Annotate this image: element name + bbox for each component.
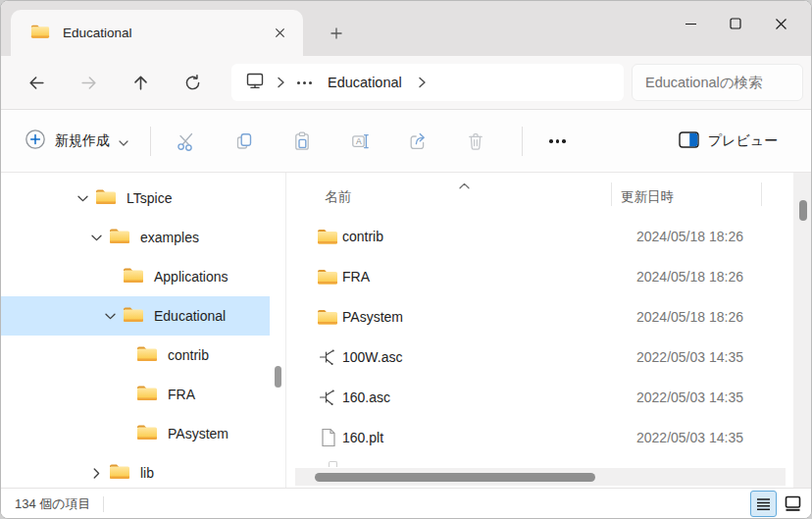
new-item-button[interactable]: 新規作成 xyxy=(15,121,138,162)
horizontal-scrollbar-thumb[interactable] xyxy=(315,473,595,482)
tree-item-applications[interactable]: Applications xyxy=(1,257,270,296)
file-name: 100W.asc xyxy=(342,349,402,365)
file-modified: 2022/05/03 14:35 xyxy=(636,389,743,405)
details-view-button[interactable] xyxy=(750,491,777,517)
schematic-icon xyxy=(317,388,338,406)
tree-item-fra[interactable]: FRA xyxy=(1,375,270,414)
tree-item-lib[interactable]: lib xyxy=(1,453,270,488)
refresh-icon xyxy=(183,74,202,92)
file-row-160-asc[interactable]: 160.asc 2022/05/03 14:35 xyxy=(286,377,793,417)
back-icon xyxy=(27,74,46,92)
file-row-100w-asc[interactable]: 100W.asc 2022/05/03 14:35 xyxy=(286,337,793,377)
plus-circle-icon xyxy=(25,129,46,154)
chevron-down-icon[interactable] xyxy=(97,313,123,320)
svg-text:A: A xyxy=(356,136,362,146)
tree-item-pasystem[interactable]: PAsystem xyxy=(1,414,270,453)
details-view-icon xyxy=(756,497,771,511)
chevron-right-icon[interactable] xyxy=(418,77,427,88)
share-button[interactable] xyxy=(394,120,440,163)
breadcrumb: Educational xyxy=(231,64,624,101)
file-row-pasystem[interactable]: PAsystem 2024/05/18 18:26 xyxy=(286,296,793,337)
navigation-pane: LTspice examples Applications Educationa… xyxy=(1,173,285,488)
status-separator xyxy=(103,496,104,512)
chevron-down-icon[interactable] xyxy=(70,195,95,202)
file-name: contrib xyxy=(342,229,383,244)
minimize-button[interactable] xyxy=(668,9,713,38)
folder-icon xyxy=(109,463,130,484)
breadcrumb-ellipsis-button[interactable] xyxy=(297,81,312,84)
search-box xyxy=(632,64,803,101)
column-header-modified[interactable]: 更新日時 xyxy=(621,188,674,206)
column-divider[interactable] xyxy=(761,182,762,206)
file-row-contrib[interactable]: contrib 2024/05/18 18:26 xyxy=(286,216,793,256)
command-toolbar: 新規作成 A プレビ xyxy=(1,111,811,173)
file-row-fra[interactable]: FRA 2024/05/18 18:26 xyxy=(286,256,793,296)
folder-icon xyxy=(30,24,50,43)
column-header-name[interactable]: 名前 xyxy=(325,188,351,206)
folder-icon xyxy=(136,424,158,444)
back-button[interactable] xyxy=(17,63,56,102)
maximize-button[interactable] xyxy=(713,9,758,38)
vertical-scrollbar-thumb[interactable] xyxy=(799,200,807,221)
document-icon xyxy=(317,428,338,447)
folder-icon xyxy=(317,308,338,325)
tree-item-label: Applications xyxy=(154,269,228,285)
ellipsis-icon xyxy=(549,139,566,143)
file-modified: 2024/05/18 18:26 xyxy=(636,269,743,285)
refresh-button[interactable] xyxy=(173,63,212,102)
horizontal-scrollbar[interactable] xyxy=(295,468,786,486)
tree-item-contrib[interactable]: contrib xyxy=(1,336,270,375)
tree-item-label: Educational xyxy=(154,308,226,324)
tree-item-label: lib xyxy=(140,465,154,481)
new-tab-button[interactable] xyxy=(323,21,350,46)
copy-button[interactable] xyxy=(221,120,267,163)
up-icon xyxy=(131,74,150,92)
column-divider[interactable] xyxy=(611,182,612,206)
close-window-button[interactable] xyxy=(758,9,803,38)
preview-toggle-button[interactable]: プレビュー xyxy=(669,124,787,160)
forward-button[interactable] xyxy=(69,63,108,102)
chevron-down-icon[interactable] xyxy=(83,234,109,241)
file-name: PAsystem xyxy=(342,309,403,325)
tree-item-label: LTspice xyxy=(127,190,172,206)
more-options-button[interactable] xyxy=(534,120,581,163)
sidebar-scrollbar-thumb[interactable] xyxy=(275,366,281,388)
file-name: 160.asc xyxy=(342,389,390,405)
tree-item-educational[interactable]: Educational xyxy=(1,296,270,336)
tab-title: Educational xyxy=(63,26,268,40)
breadcrumb-segment[interactable]: Educational xyxy=(328,75,402,90)
item-count-label: 134 個の項目 xyxy=(15,495,91,513)
preview-pane-icon xyxy=(679,131,699,152)
toolbar-separator xyxy=(150,127,151,156)
tree-item-ltspice[interactable]: LTspice xyxy=(1,179,270,218)
tree-item-examples[interactable]: examples xyxy=(1,218,270,257)
folder-icon xyxy=(109,228,130,248)
search-input[interactable] xyxy=(645,75,789,90)
rename-button[interactable]: A xyxy=(336,120,382,163)
tab-educational[interactable]: Educational xyxy=(11,10,303,56)
file-name: FRA xyxy=(342,269,370,285)
forward-icon xyxy=(79,74,98,92)
rename-icon: A xyxy=(349,130,371,152)
view-mode-buttons xyxy=(750,491,806,517)
large-icons-view-button[interactable] xyxy=(780,491,806,517)
file-row-160-plt[interactable]: 160.plt 2022/05/03 14:35 xyxy=(286,417,793,457)
paste-button[interactable] xyxy=(279,120,325,163)
vertical-scrollbar[interactable] xyxy=(793,173,812,488)
close-window-icon xyxy=(775,18,787,30)
file-modified: 2022/05/03 14:35 xyxy=(636,349,743,365)
window-controls xyxy=(668,9,803,38)
file-name: 160.plt xyxy=(342,430,383,445)
delete-button[interactable] xyxy=(452,120,498,163)
sort-ascending-icon xyxy=(459,176,470,193)
preview-label: プレビュー xyxy=(708,132,778,150)
chevron-right-icon[interactable] xyxy=(83,468,109,479)
up-button[interactable] xyxy=(121,63,160,102)
copy-icon xyxy=(233,130,255,152)
tree-item-label: examples xyxy=(140,230,199,245)
cut-button[interactable] xyxy=(163,120,209,163)
tab-close-icon[interactable] xyxy=(268,22,291,45)
monitor-icon[interactable] xyxy=(245,72,265,93)
file-modified: 2024/05/18 18:26 xyxy=(636,229,743,244)
share-icon xyxy=(407,130,429,152)
